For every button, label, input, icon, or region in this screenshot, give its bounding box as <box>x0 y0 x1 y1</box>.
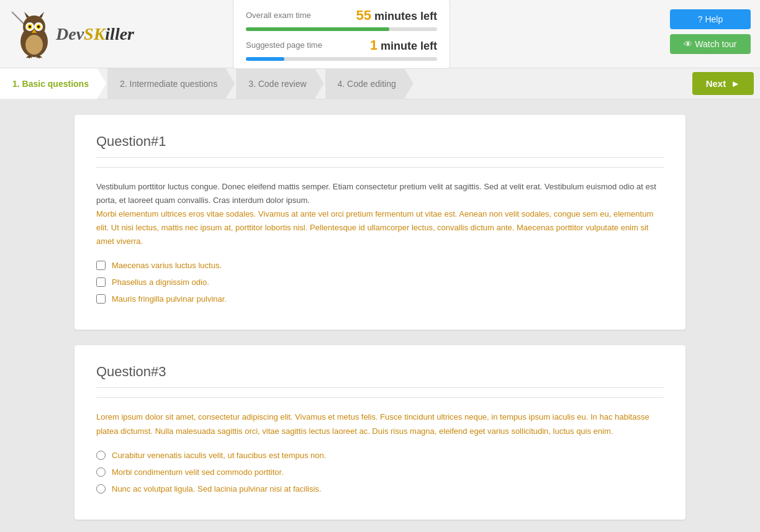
overall-timer-row: Overall exam time 55 minutes left <box>246 7 437 24</box>
overall-progress-fill <box>246 27 389 31</box>
overall-minutes: 55 <box>356 7 371 23</box>
help-button[interactable]: ? Help <box>670 9 751 29</box>
watch-tour-button[interactable]: 👁 Watch tour <box>670 34 751 54</box>
q1-body-plain: Vestibulum porttitor luctus congue. Done… <box>96 182 656 205</box>
question-1-body: Vestibulum porttitor luctus congue. Done… <box>96 180 664 248</box>
q3-radio-3[interactable] <box>96 484 106 494</box>
q1-option-3: Mauris fringilla pulvinar pulvinar. <box>96 294 664 304</box>
svg-point-13 <box>25 35 43 55</box>
q1-option-1: Maecenas varius luctus luctus. <box>96 261 664 270</box>
suggested-minutes: 1 <box>370 37 378 53</box>
tab-code-review[interactable]: 3. Code review <box>236 68 323 99</box>
owl-logo-icon <box>9 9 56 59</box>
q3-body-highlight: Lorem ipsum dolor sit amet, consectetur … <box>96 412 649 435</box>
tab-basic-questions[interactable]: 1. Basic questions <box>0 68 106 99</box>
q1-checkbox-1[interactable] <box>96 261 106 270</box>
logo-text: DevSKiller <box>56 24 134 44</box>
svg-point-10 <box>29 25 31 28</box>
tab-code-editing-label: 4. Code editing <box>338 79 396 89</box>
q1-option-1-label[interactable]: Maecenas varius luctus luctus. <box>112 261 222 270</box>
logo: DevSKiller <box>9 9 146 59</box>
tab-intermediate-questions[interactable]: 2. Intermediate questions <box>107 68 235 99</box>
question-3-options: Curabitur venenatis iaculis velit, ut fa… <box>96 451 664 494</box>
suggested-timer-label: Suggested page time <box>246 40 322 50</box>
q3-option-2: Morbi condimentum velit sed commodo port… <box>96 467 664 477</box>
question-card-1: Question#1 Vestibulum porttitor luctus c… <box>75 115 685 330</box>
question-1-options: Maecenas varius luctus luctus. Phasellus… <box>96 261 664 304</box>
content-area: Question#1 Vestibulum porttitor luctus c… <box>0 99 760 532</box>
header: DevSKiller Overall exam time 55 minutes … <box>0 0 760 68</box>
q3-radio-1[interactable] <box>96 451 106 460</box>
overall-timer-label: Overall exam time <box>246 11 311 20</box>
header-buttons: ? Help 👁 Watch tour <box>670 9 751 54</box>
suggested-progress-fill <box>246 57 284 61</box>
q3-option-3-label[interactable]: Nunc ac volutpat ligula. Sed lacinia pul… <box>112 484 321 494</box>
q3-option-3: Nunc ac volutpat ligula. Sed lacinia pul… <box>96 484 664 494</box>
nav-tabs: 1. Basic questions 2. Intermediate quest… <box>0 68 760 99</box>
timer-box: Overall exam time 55 minutes left Sugges… <box>233 0 450 69</box>
question-1-title: Question#1 <box>96 133 664 158</box>
suggested-timer-value: 1 minute left <box>370 37 437 53</box>
svg-marker-4 <box>24 12 29 18</box>
question-card-3: Question#3 Lorem ipsum dolor sit amet, c… <box>75 345 685 519</box>
tab-intermediate-questions-label: 2. Intermediate questions <box>120 79 217 89</box>
q3-radio-2[interactable] <box>96 467 106 477</box>
q1-checkbox-2[interactable] <box>96 277 106 287</box>
next-button-label: Next <box>706 78 726 89</box>
suggested-timer-row: Suggested page time 1 minute left <box>246 37 437 53</box>
q1-option-2-label[interactable]: Phasellus a dignissim odio. <box>112 277 209 287</box>
svg-point-11 <box>37 25 40 28</box>
svg-marker-5 <box>39 12 44 18</box>
next-arrow-icon: ► <box>731 78 740 89</box>
question-3-title: Question#3 <box>96 364 664 388</box>
question-3-body: Lorem ipsum dolor sit amet, consectetur … <box>96 410 664 438</box>
overall-timer-value: 55 minutes left <box>356 7 438 24</box>
overall-progress-bar <box>246 27 437 31</box>
q1-option-3-label[interactable]: Mauris fringilla pulvinar pulvinar. <box>112 294 227 304</box>
q3-option-2-label[interactable]: Morbi condimentum velit sed commodo port… <box>112 467 284 477</box>
q1-body-highlight: Morbi elementum ultrices eros vitae soda… <box>96 209 653 246</box>
tab-basic-questions-label: 1. Basic questions <box>12 79 89 89</box>
q3-option-1: Curabitur venenatis iaculis velit, ut fa… <box>96 451 664 460</box>
next-button[interactable]: Next ► <box>692 72 754 95</box>
q3-option-1-label[interactable]: Curabitur venenatis iaculis velit, ut fa… <box>112 451 326 460</box>
question-3-divider <box>96 397 664 398</box>
q1-checkbox-3[interactable] <box>96 294 106 304</box>
q1-option-2: Phasellus a dignissim odio. <box>96 277 664 287</box>
suggested-progress-bar <box>246 57 437 61</box>
tab-code-review-label: 3. Code review <box>248 79 306 89</box>
tab-code-editing[interactable]: 4. Code editing <box>325 68 414 99</box>
question-1-divider <box>96 167 664 168</box>
